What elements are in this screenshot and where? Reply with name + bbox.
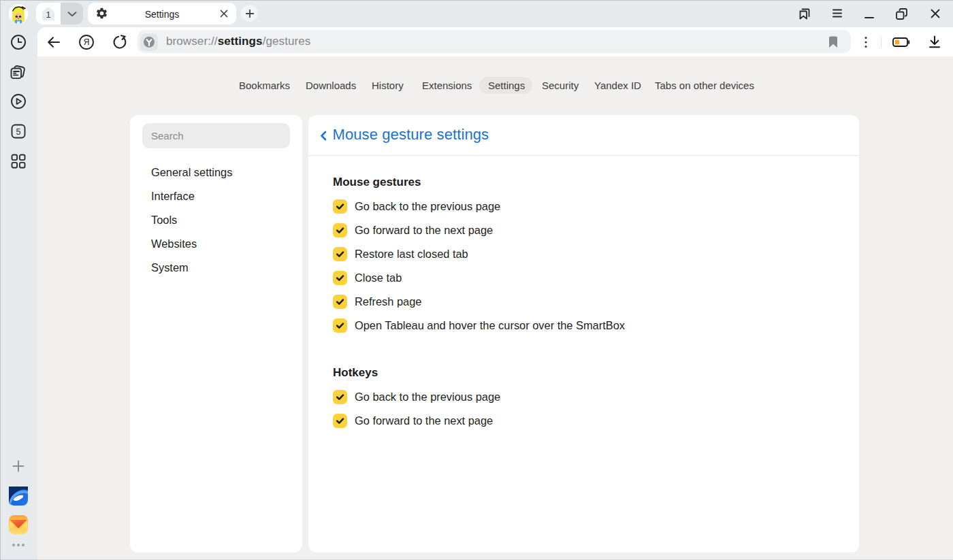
svg-text:1: 1 (46, 10, 51, 20)
svg-text:Я: Я (84, 37, 90, 47)
svg-text:5: 5 (16, 127, 21, 137)
